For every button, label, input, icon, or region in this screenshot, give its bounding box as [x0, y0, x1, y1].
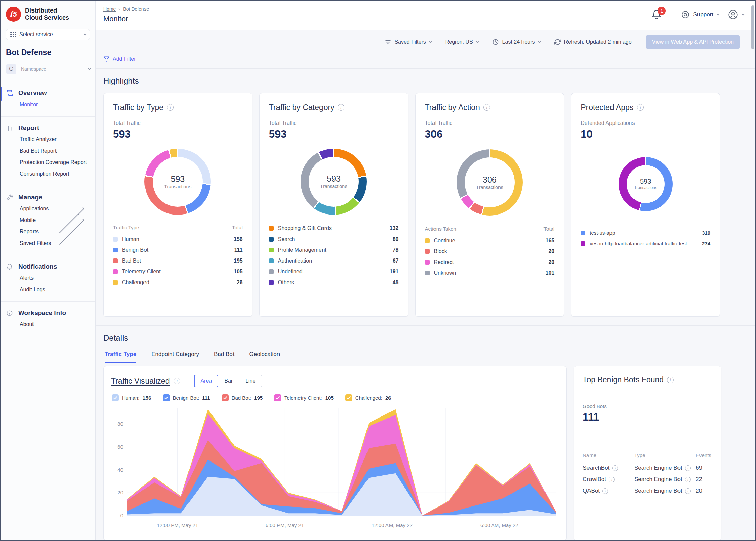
legend-swatch	[113, 248, 118, 252]
legend-swatch	[113, 258, 118, 263]
info-icon[interactable]: i	[685, 465, 691, 471]
checkbox-icon	[112, 394, 119, 401]
card-title: Traffic by Category	[269, 103, 334, 112]
traffic-area-chart[interactable]: 02040608012:00 PM, May 216:00 PM, May 21…	[111, 405, 559, 531]
info-icon[interactable]: i	[602, 488, 608, 494]
add-filter-button[interactable]: Add Filter	[96, 54, 143, 68]
info-icon[interactable]: i	[685, 488, 691, 494]
sidebar-item-reports[interactable]: Reports	[1, 226, 95, 238]
legend-row-search[interactable]: Search 80	[269, 234, 399, 245]
header-divider	[672, 8, 672, 21]
legend-row-bad-bot[interactable]: Bad Bot 195	[113, 255, 243, 266]
legend-row-challenged[interactable]: Challenged 26	[113, 277, 243, 288]
sidebar-item-about[interactable]: About	[1, 319, 95, 330]
sidebar-item-traffic-analyzer[interactable]: Traffic Analyzer	[1, 134, 95, 145]
series-checkbox-human[interactable]: Human:156	[112, 394, 151, 401]
info-icon[interactable]: i	[612, 465, 618, 471]
info-icon[interactable]: i	[609, 477, 615, 482]
series-checkbox-benign-bot[interactable]: Benign Bot:111	[163, 394, 210, 401]
chart-mode-line[interactable]: Line	[239, 375, 262, 387]
namespace-selector[interactable]: C Namespace	[1, 64, 95, 74]
series-checkbox-telemetry-client[interactable]: Telemetry Client:105	[274, 394, 334, 401]
legend-row-benign-bot[interactable]: Benign Bot 111	[113, 245, 243, 255]
view-in-waap-button[interactable]: View in Web App & API Protection	[646, 35, 740, 49]
refresh-button[interactable]: Refresh: Updated 2 min ago	[554, 39, 632, 45]
legend-label: Bad Bot	[122, 258, 229, 264]
checkbox-icon	[345, 394, 352, 401]
tab-geolocation[interactable]: Geolocation	[249, 351, 280, 363]
tab-bad-bot[interactable]: Bad Bot	[214, 351, 235, 363]
namespace-label: Namespace	[21, 66, 83, 72]
benign-bots-table: NameTypeEvents SearchBoti Search Engine …	[583, 452, 712, 497]
donut-chart-traffic-by-action[interactable]: 306 Transactions	[457, 149, 523, 216]
legend-row-test-us-app[interactable]: test-us-app 319	[581, 228, 710, 238]
tab-traffic-type[interactable]: Traffic Type	[105, 351, 136, 363]
details-panels: Traffic Visualized i Area Bar Line Human…	[103, 366, 720, 540]
sidebar-group-head-manage[interactable]: Manage	[1, 191, 95, 203]
legend-row-human[interactable]: Human 156	[113, 234, 243, 245]
service-selector[interactable]: Select service	[6, 29, 90, 40]
donut-chart-protected-apps[interactable]: 593 Transactions	[619, 157, 673, 211]
sidebar-item-protection-coverage-report[interactable]: Protection Coverage Report	[1, 157, 95, 168]
donut-chart-traffic-by-type[interactable]: 593 Transactions	[144, 149, 211, 215]
legend-swatch	[269, 269, 274, 274]
tab-endpoint-category[interactable]: Endpoint Category	[151, 351, 199, 363]
legend-row-continue[interactable]: Continue 165	[425, 235, 555, 246]
legend-swatch	[425, 260, 430, 265]
legend-row-others[interactable]: Others 45	[269, 277, 399, 288]
sidebar-group-head-notifications[interactable]: Notifications	[1, 261, 95, 272]
legend-row-ves-io-http-loadbalancer-artificial-traffic-test[interactable]: ves-io-http-loadbalancer-artificial-traf…	[581, 238, 710, 249]
legend-row-redirect[interactable]: Redirect 20	[425, 257, 555, 268]
sidebar-item-monitor[interactable]: Monitor	[1, 99, 95, 110]
bots-col-events: Events	[696, 452, 712, 458]
series-checkbox-challenged[interactable]: Challenged:26	[345, 394, 391, 401]
sidebar-group-head-report[interactable]: Report	[1, 122, 95, 134]
legend-row-authentication[interactable]: Authentication 67	[269, 255, 399, 266]
sidebar-item-bad-bot-report[interactable]: Bad Bot Report	[1, 145, 95, 157]
info-icon[interactable]: i	[167, 104, 174, 111]
legend-label: Continue	[434, 238, 541, 244]
metric-label: Defended Applications	[581, 120, 710, 126]
legend-row-profile-management[interactable]: Profile Management 78	[269, 245, 399, 255]
info-icon[interactable]: i	[637, 104, 644, 111]
legend-row-undefined[interactable]: Undefined 191	[269, 266, 399, 277]
sidebar-item-audit-logs[interactable]: Audit Logs	[1, 284, 95, 295]
breadcrumb-home-link[interactable]: Home	[103, 6, 116, 12]
sidebar-group-notifications: Notifications Alerts Audit Logs	[1, 255, 95, 301]
metric-label: Total Traffic	[425, 120, 555, 126]
series-value: 111	[202, 395, 210, 401]
time-range-dropdown[interactable]: Last 24 hours	[492, 39, 540, 45]
overview-icon	[6, 90, 13, 96]
info-icon[interactable]: i	[483, 104, 490, 111]
details-tabs: Traffic Type Endpoint Category Bad Bot G…	[96, 351, 755, 363]
legend-swatch	[425, 249, 430, 254]
info-icon[interactable]: i	[174, 378, 180, 384]
info-icon[interactable]: i	[667, 377, 674, 383]
account-menu[interactable]	[728, 9, 744, 20]
donut-chart-traffic-by-category[interactable]: 593 Transactions	[301, 149, 367, 215]
support-menu[interactable]: Support	[681, 10, 719, 19]
notifications-bell-button[interactable]: 1	[650, 8, 663, 21]
service-selector-label: Select service	[19, 31, 53, 38]
sidebar-group-head-workspace-info[interactable]: Workspace Info	[1, 307, 95, 319]
active-indicator	[1, 87, 2, 101]
sidebar-item-alerts[interactable]: Alerts	[1, 272, 95, 284]
chart-mode-bar[interactable]: Bar	[218, 375, 239, 387]
info-icon[interactable]: i	[338, 104, 344, 111]
series-checkbox-bad-bot[interactable]: Bad Bot:195	[222, 394, 263, 401]
legend-row-shopping-gift-cards[interactable]: Shopping & Gift Cards 132	[269, 223, 399, 234]
info-icon[interactable]: i	[685, 477, 691, 482]
page-title: Monitor	[103, 15, 149, 23]
highlights-section-title: Highlights	[96, 68, 755, 93]
sidebar-group-head-overview[interactable]: Overview	[1, 87, 95, 99]
legend-row-unknown[interactable]: Unknown 101	[425, 268, 555, 278]
sidebar-item-consumption-report[interactable]: Consumption Report	[1, 168, 95, 180]
legend-row-telemetry-client[interactable]: Telemetry Client 105	[113, 266, 243, 277]
legend-swatch	[269, 248, 274, 252]
saved-filters-dropdown[interactable]: Saved Filters	[385, 39, 431, 45]
region-dropdown[interactable]: Region: US	[445, 39, 478, 45]
vertical-scrollbar[interactable]	[751, 5, 754, 49]
sidebar-item-saved-filters[interactable]: Saved Filters	[1, 238, 95, 249]
legend-row-block[interactable]: Block 20	[425, 246, 555, 257]
chart-mode-area[interactable]: Area	[194, 375, 218, 387]
